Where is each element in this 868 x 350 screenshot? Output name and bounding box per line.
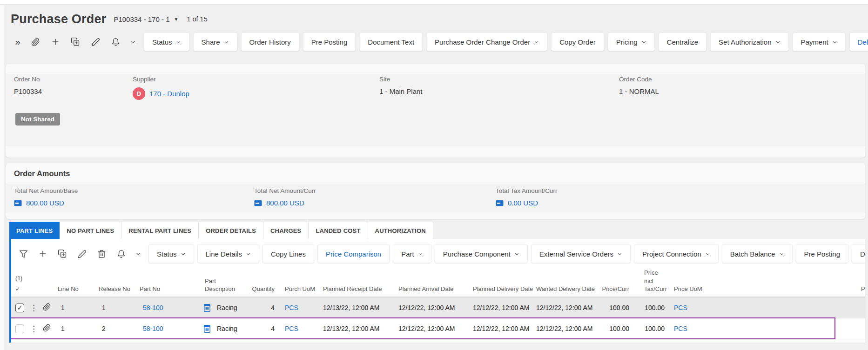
- select-all-header[interactable]: (1) ✓: [11, 275, 30, 297]
- wanted-delivery-date-cell[interactable]: 12/12/22, 12:00 AM: [534, 325, 597, 332]
- line-notifications-dropdown-button[interactable]: [131, 245, 145, 262]
- lines-status-button[interactable]: Status: [148, 244, 194, 263]
- project-connection-button[interactable]: Project Connection: [634, 244, 719, 263]
- line-notifications-button[interactable]: [112, 245, 130, 262]
- tab-order-details[interactable]: ORDER DETAILS: [199, 222, 263, 239]
- col-header-price-uom[interactable]: Price UoM: [668, 285, 703, 297]
- col-header-planned-delivery-date[interactable]: Planned Delivery Date: [471, 285, 534, 297]
- price-comparison-button[interactable]: Price Comparison: [317, 244, 390, 263]
- copy-order-button[interactable]: Copy Order: [551, 33, 604, 51]
- table-row[interactable]: ⋮ 1 2 58-100 Racing 4 PCS 12/13/22, 12:0…: [11, 318, 865, 339]
- col-header-part-description[interactable]: Part Description: [195, 277, 236, 297]
- edit-line-button[interactable]: [73, 245, 91, 262]
- tab-authorization[interactable]: AUTHORIZATION: [368, 222, 433, 239]
- planned-receipt-date-cell[interactable]: 12/13/22, 12:00 AM: [319, 304, 397, 311]
- tab-landed-cost[interactable]: LANDED COST: [309, 222, 368, 239]
- edit-button[interactable]: [86, 33, 105, 50]
- col-header-price-curr[interactable]: Price/Curr: [597, 285, 633, 297]
- part-description-cell[interactable]: Racing: [212, 304, 243, 311]
- purch-uom-cell[interactable]: PCS: [277, 325, 319, 332]
- copy-lines-button[interactable]: Copy Lines: [262, 244, 314, 263]
- status-button[interactable]: Status: [144, 33, 189, 51]
- payment-button[interactable]: Payment: [793, 33, 846, 51]
- row-attachment-cell[interactable]: [43, 324, 57, 333]
- purch-uom-link[interactable]: PCS: [285, 325, 298, 332]
- planned-receipt-date-cell[interactable]: 12/13/22, 12:00 AM: [319, 325, 397, 332]
- tab-no-part-lines[interactable]: NO PART LINES: [60, 222, 121, 239]
- record-selector[interactable]: P100334 - 170 - 1 ▼: [114, 15, 178, 23]
- col-header-truncated[interactable]: P: [703, 285, 865, 297]
- description-note-cell[interactable]: [195, 304, 212, 312]
- price-incl-tax-cell[interactable]: 100.00: [633, 304, 668, 311]
- purchase-order-change-order-button[interactable]: Purchase Order Change Order: [426, 33, 547, 51]
- tab-charges[interactable]: CHARGES: [263, 222, 309, 239]
- delete-line-button[interactable]: [92, 245, 111, 262]
- purch-uom-link[interactable]: PCS: [285, 304, 298, 311]
- new-record-button[interactable]: [46, 33, 65, 50]
- col-header-line-no[interactable]: Line No: [57, 285, 87, 297]
- line-no-cell[interactable]: 1: [57, 325, 87, 332]
- planned-delivery-date-cell[interactable]: 12/12/22, 12:00 AM: [471, 325, 534, 332]
- col-header-part-no[interactable]: Part No: [130, 285, 195, 297]
- planned-delivery-date-cell[interactable]: 12/12/22, 12:00 AM: [471, 304, 534, 311]
- row-checkbox-unchecked[interactable]: [15, 324, 24, 333]
- price-uom-cell[interactable]: PCS: [668, 304, 703, 311]
- col-header-planned-arrival-date[interactable]: Planned Arrival Date: [397, 285, 471, 297]
- add-line-button[interactable]: [34, 245, 52, 262]
- col-header-price-incl-tax[interactable]: Price incl Tax/Curr: [633, 269, 668, 297]
- line-no-cell[interactable]: 1: [57, 304, 87, 311]
- quantity-cell[interactable]: 4: [243, 325, 277, 332]
- planned-arrival-date-cell[interactable]: 12/12/22, 12:00 AM: [397, 325, 471, 332]
- col-header-release-no[interactable]: Release No: [87, 285, 130, 297]
- row-attachment-cell[interactable]: [43, 303, 57, 312]
- centralize-button[interactable]: Centralize: [659, 33, 707, 51]
- col-header-wanted-delivery-date[interactable]: Wanted Delivery Date: [534, 285, 597, 297]
- lines-document-text-button[interactable]: Document Text: [852, 244, 865, 263]
- total-tax-amount-curr-value[interactable]: 0.00 USD: [496, 199, 558, 207]
- expand-toolbar-button[interactable]: »: [11, 33, 25, 50]
- pricing-button[interactable]: Pricing: [608, 33, 655, 51]
- collapsed-nav-rail[interactable]: [0, 5, 4, 350]
- attachments-button[interactable]: [26, 33, 45, 50]
- release-no-cell[interactable]: 2: [87, 325, 130, 332]
- tab-part-lines[interactable]: PART LINES: [9, 222, 60, 239]
- document-text-button[interactable]: Document Text: [359, 33, 423, 51]
- notifications-dropdown-button[interactable]: [126, 33, 140, 50]
- set-authorization-button[interactable]: Set Authorization: [710, 33, 788, 51]
- planned-arrival-date-cell[interactable]: 12/12/22, 12:00 AM: [397, 304, 471, 311]
- col-header-purch-uom[interactable]: Purch UoM: [277, 285, 319, 297]
- duplicate-line-button[interactable]: [53, 245, 72, 262]
- external-service-orders-button[interactable]: External Service Orders: [531, 244, 631, 263]
- price-curr-cell[interactable]: 100.00: [597, 304, 633, 311]
- row-menu-cell[interactable]: ⋮: [30, 303, 43, 313]
- pre-posting-button[interactable]: Pre Posting: [303, 33, 356, 51]
- delivery-status-button[interactable]: Delivery Status: [849, 33, 868, 51]
- price-uom-link[interactable]: PCS: [674, 304, 687, 311]
- part-no-cell[interactable]: 58-100: [130, 325, 195, 332]
- order-history-button[interactable]: Order History: [241, 33, 299, 51]
- line-details-button[interactable]: Line Details: [197, 244, 259, 263]
- col-header-quantity[interactable]: Quantity: [243, 285, 277, 297]
- part-button[interactable]: Part: [393, 244, 431, 263]
- part-no-link[interactable]: 58-100: [143, 325, 163, 332]
- notifications-button[interactable]: [106, 33, 125, 50]
- part-no-link[interactable]: 58-100: [143, 304, 163, 311]
- total-net-amount-base-value[interactable]: 800.00 USD: [14, 199, 78, 207]
- part-no-cell[interactable]: 58-100: [130, 304, 195, 311]
- batch-balance-button[interactable]: Batch Balance: [722, 244, 793, 263]
- quantity-cell[interactable]: 4: [243, 304, 277, 311]
- wanted-delivery-date-cell[interactable]: 12/12/22, 12:00 AM: [534, 304, 597, 311]
- share-button[interactable]: Share: [193, 33, 237, 51]
- col-header-planned-receipt-date[interactable]: Planned Receipt Date: [319, 285, 397, 297]
- release-no-cell[interactable]: 1: [87, 304, 130, 311]
- table-row[interactable]: ✓ ⋮ 1 1 58-100 Racing 4 PCS 12/13/22, 12…: [11, 297, 865, 318]
- row-checkbox-checked[interactable]: ✓: [15, 304, 24, 312]
- duplicate-record-button[interactable]: [66, 33, 85, 50]
- total-net-amount-curr-value[interactable]: 800.00 USD: [254, 199, 316, 207]
- lines-pre-posting-button[interactable]: Pre Posting: [796, 244, 849, 263]
- supplier-link[interactable]: 170 - Dunlop: [149, 90, 189, 98]
- price-curr-cell[interactable]: 100.00: [597, 325, 633, 332]
- price-uom-cell[interactable]: PCS: [668, 325, 703, 332]
- price-uom-link[interactable]: PCS: [674, 325, 687, 332]
- part-description-cell[interactable]: Racing: [212, 325, 243, 332]
